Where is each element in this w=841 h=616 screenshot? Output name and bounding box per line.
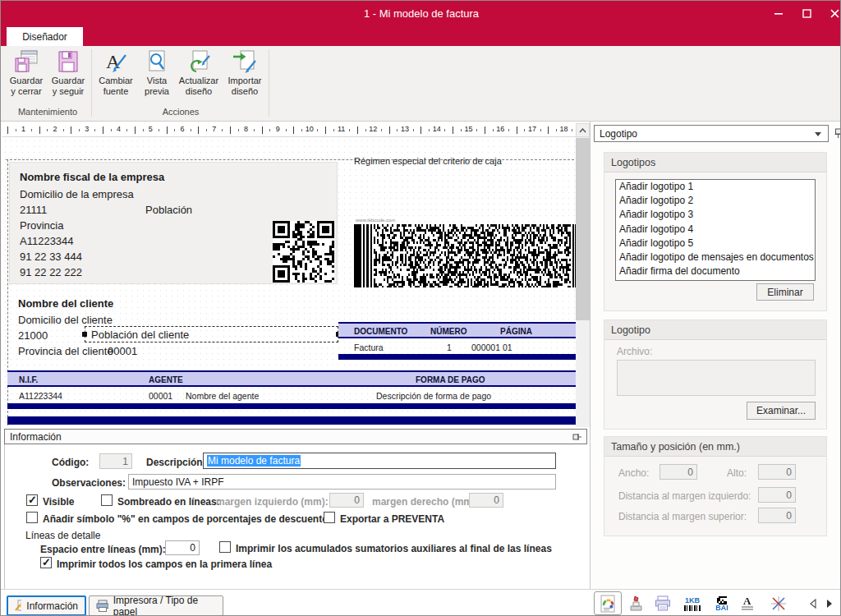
mini-qr-glyph [717,596,727,605]
import-design-button[interactable]: Importardiseño [224,49,265,107]
ruler-tick [254,129,255,131]
preventa-checkbox[interactable] [324,512,335,523]
ruler-number: 16 [496,125,504,133]
company-block[interactable]: Nombre fiscal de la empresa Domicilio de… [9,162,338,284]
tab-informacion[interactable]: Información [7,595,86,616]
ruler-tick [71,126,71,134]
descripcion-value: Mi modelo de factura [207,455,301,467]
arrow-left-icon [810,599,816,609]
minimize-button[interactable] [766,4,791,22]
client-city-selected[interactable]: Población del cliente [91,329,189,341]
pdf417-barcode[interactable] [354,224,576,287]
logotipo-list-item[interactable]: Añadir logotipo 5 [616,237,815,251]
scroll-up-button[interactable] [576,123,590,137]
visible-checkbox[interactable] [26,494,38,506]
dist-sup-field: 0 [758,508,796,523]
descripcion-field[interactable]: Mi modelo de factura [203,453,556,469]
save-close-button[interactable]: Guardary cerrar [6,49,47,107]
logotipo-list-item[interactable]: Añadir logotipo de mensajes en documento… [616,251,815,264]
change-font-icon: A [103,49,128,74]
col-numero: NÚMERO [430,327,466,336]
scrollbar-thumb[interactable] [576,138,590,320]
group-title: Logotipos [611,157,655,168]
tab-impresora[interactable]: Impresora / Tipo de papel [89,595,223,616]
client-province[interactable]: Provincia del cliente [18,345,113,357]
info-panel-header[interactable]: Información [4,429,587,444]
margen-izq-value: 0 [354,494,360,506]
espacio-field[interactable]: 0 [165,540,200,555]
primera-linea-checkbox[interactable] [40,557,52,568]
info-panel-border [4,444,5,589]
client-zip[interactable]: 21000 [18,329,48,342]
ruler-tick [397,129,398,131]
barcode-bai-icon[interactable]: BAI [711,593,733,614]
printer-tool-icon[interactable] [652,593,673,614]
ruler-tick [206,129,207,131]
ruler-tick [167,126,168,134]
logotipo-list-item[interactable]: Añadir logotipo 1 [616,180,815,194]
pin-icon[interactable] [834,128,841,139]
ruler-number: 10 [306,125,314,133]
logotipo-list-item[interactable]: Añadir logotipo 4 [616,223,815,237]
logo-designer-tab-icon[interactable] [594,591,622,615]
examinar-button[interactable]: Examinar... [747,402,816,420]
simbolo-checkbox[interactable] [26,512,38,523]
preview-button[interactable]: Vistaprevia [139,49,175,107]
tab-scroll-left-button[interactable] [807,593,820,614]
close-button[interactable] [822,4,841,22]
change-font-button[interactable]: A Cambiarfuente [94,49,137,107]
ruler-tick [230,126,231,134]
arrow-right-icon [826,599,833,609]
primera-linea-label: Imprimir todos los campos en la primera … [57,559,272,570]
update-design-button[interactable]: Actualizardiseño [175,49,223,107]
stamp-tool-icon[interactable] [626,593,647,614]
ruler-tick [31,129,32,131]
margen-der-label: margen derecho (mm): [372,496,479,508]
font-tool-icon[interactable]: A [737,593,758,614]
client-address[interactable]: Domicilio del cliente [18,314,113,326]
maximize-button[interactable] [794,4,819,22]
ruler-tick [7,126,8,134]
barcode-1kb-icon[interactable]: 1KB [682,593,703,614]
divider-bar [7,416,576,425]
logotipo-list-item[interactable]: Añadir logotipo 3 [616,208,815,222]
ruler-number: 3 [85,125,89,133]
logotipo-list-item[interactable]: Añadir logotipo 2 [616,194,815,208]
ruler-tick [508,129,509,131]
col-forma-pago: FORMA DE PAGO [416,375,485,384]
panel-selector-dropdown[interactable]: Logotipo [594,125,829,142]
barcode-glyph [684,605,701,611]
sombreado-checkbox[interactable] [101,494,113,506]
design-canvas[interactable]: Nombre fiscal de la empresa Domicilio de… [2,138,576,427]
save-continue-button[interactable]: Guardary seguir [48,49,89,107]
qr-code[interactable] [273,221,334,283]
ruler-tick [357,126,358,134]
button-label: Actualizar [179,76,218,86]
observaciones-field[interactable]: Impuesto IVA + IRPF [128,474,556,490]
logotipo-list-item[interactable]: Añadir firma del documento [616,264,815,278]
tab-disenador[interactable]: Diseñador [7,27,83,46]
ruler-tick [333,129,334,131]
pin-icon[interactable] [572,433,581,443]
discard-lines-tool-icon[interactable] [768,593,789,614]
tab-scroll-right-button[interactable] [823,593,836,614]
ruler-tick [198,126,199,134]
cell-serie: 000001 [471,342,500,352]
selection-handle-left[interactable] [82,332,87,337]
cell-documento: Factura [354,342,384,352]
client-name[interactable]: Nombre del cliente [18,297,113,310]
observaciones-label: Observaciones: [52,477,126,489]
dist-izq-field: 0 [758,487,796,503]
button-label: diseño [179,86,218,97]
regimen-text[interactable]: Régimen especial del criterio de caja [354,156,502,166]
ruler-track: 123456789101112131415161718 [2,123,576,137]
eliminar-button[interactable]: Eliminar [756,283,814,301]
logotipos-listbox[interactable]: Añadir logotipo 1Añadir logotipo 2Añadir… [615,179,816,281]
client-code[interactable]: 00001 [108,345,137,357]
acumulados-checkbox[interactable] [219,541,231,553]
button-label: Guardar [10,76,43,86]
button-label: Importar [228,76,262,86]
ruler-tick [540,129,541,131]
company-address: Domicilio de la empresa [20,188,134,200]
ribbon-separator [91,49,92,117]
